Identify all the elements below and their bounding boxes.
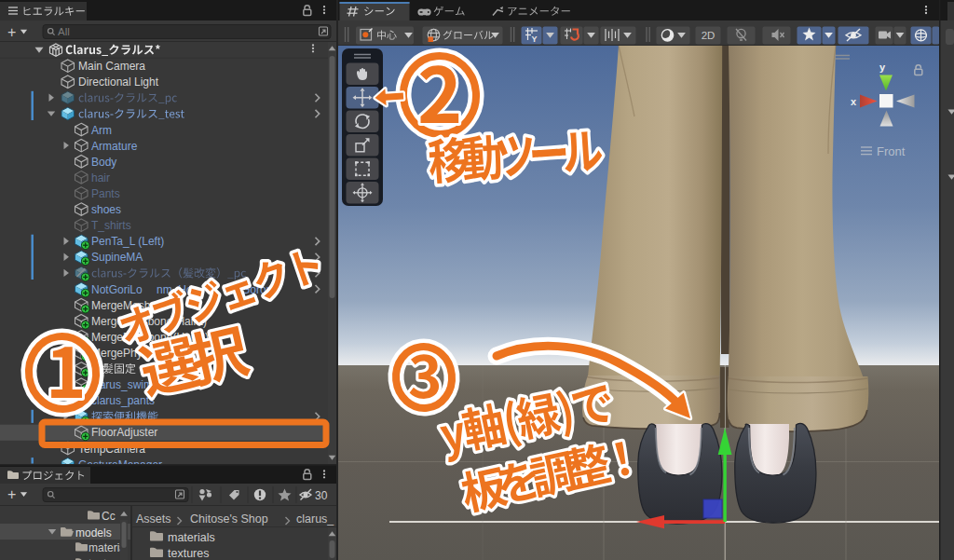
svg-text:Assets: Assets [136,512,171,526]
svg-text:Arm: Arm [91,124,112,137]
svg-text:clarus_: clarus_ [296,512,334,526]
svg-text:x: x [851,96,857,107]
svg-text:Main Camera: Main Camera [78,60,145,73]
svg-text:clarus_pants: clarus_pants [91,394,155,407]
svg-text:textures: textures [168,547,209,560]
svg-text:Cc: Cc [102,510,116,523]
svg-text:+: + [7,486,16,502]
svg-text:Chitose's Shop: Chitose's Shop [190,512,268,526]
svg-text:FloorAdjuster: FloorAdjuster [91,426,157,439]
svg-text:y: y [879,61,886,73]
svg-text:NotGoriLo: NotGoriLo [91,283,143,296]
svg-text:Front: Front [877,144,906,158]
svg-text:PenTa_L (Left): PenTa_L (Left) [91,235,164,248]
svg-text:Armature: Armature [91,140,138,153]
svg-text:models: models [75,526,112,540]
svg-text:All: All [58,26,70,37]
svg-text:materials: materials [168,531,215,544]
svg-text:Y: Y [532,34,538,44]
svg-text:+: + [7,24,16,40]
svg-text:Directional Light: Directional Light [78,75,159,89]
svg-text:T_shirts: T_shirts [91,219,131,232]
svg-text:2D: 2D [702,30,716,41]
svg-text:Body: Body [91,156,116,169]
svg-text:SupineMA: SupineMA [91,251,143,264]
svg-text:Pants: Pants [91,187,120,200]
svg-text:shoes: shoes [91,203,121,216]
svg-text:hair: hair [91,171,110,184]
svg-text:30: 30 [315,489,328,502]
